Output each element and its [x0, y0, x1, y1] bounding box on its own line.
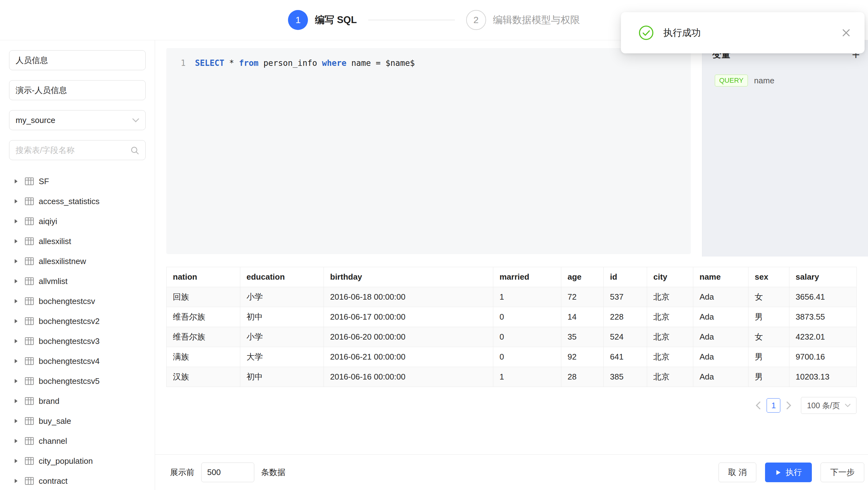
table-icon: [25, 377, 34, 386]
sidebar: my_source SFaccess_statisticsaiqiyialles…: [0, 40, 155, 490]
table-search-input[interactable]: [9, 140, 146, 160]
limit-input[interactable]: [201, 463, 254, 482]
page-size-value: 100 条/页: [807, 400, 840, 411]
table-icon: [25, 197, 34, 206]
table-cell: 汉族: [166, 367, 240, 387]
variable-list: QUERYname: [702, 74, 868, 87]
tree-item-channel[interactable]: channel: [9, 431, 146, 451]
tree-item-label: access_statistics: [39, 196, 99, 206]
caret-right-icon[interactable]: [13, 198, 20, 205]
table-cell: 3656.41: [789, 287, 857, 307]
column-header-nation: nation: [166, 267, 240, 287]
tree-item-label: contract: [39, 476, 68, 486]
tree-item-bochengtestcsv3[interactable]: bochengtestcsv3: [9, 331, 146, 351]
tree-item-allesxilist[interactable]: allesxilist: [9, 231, 146, 251]
table-cell: 初中: [240, 367, 324, 387]
column-header-education: education: [240, 267, 324, 287]
caret-right-icon[interactable]: [13, 458, 20, 464]
execute-button[interactable]: 执行: [765, 463, 812, 482]
pagination-current-page[interactable]: 1: [767, 398, 780, 412]
tree-item-bochengtestcsv2[interactable]: bochengtestcsv2: [9, 311, 146, 331]
stepper: 1 编写 SQL 2 编辑数据模型与权限: [288, 10, 580, 30]
table-cell: 2016-06-21 00:00:00: [324, 347, 493, 367]
variable-name: name: [754, 76, 774, 86]
table-cell: 女: [748, 287, 789, 307]
tree-item-label: channel: [39, 436, 67, 446]
tree-item-SF[interactable]: SF: [9, 171, 146, 191]
datasource-select-value: my_source: [16, 116, 55, 125]
tree-item-buy_sale[interactable]: buy_sale: [9, 411, 146, 431]
page-size-select[interactable]: 100 条/页: [801, 397, 857, 414]
caret-right-icon[interactable]: [13, 418, 20, 424]
tree-item-brand[interactable]: brand: [9, 391, 146, 411]
step-edit-model[interactable]: 2 编辑数据模型与权限: [466, 10, 580, 30]
tree-item-aiqiyi[interactable]: aiqiyi: [9, 211, 146, 231]
table-cell: Ada: [693, 327, 748, 347]
caret-right-icon[interactable]: [13, 238, 20, 244]
tree-item-label: SF: [39, 177, 49, 186]
table-cell: 北京: [647, 367, 693, 387]
sql-token: where: [322, 58, 346, 68]
datasource-select[interactable]: my_source: [9, 110, 146, 130]
caret-right-icon[interactable]: [13, 278, 20, 284]
chevron-right-icon[interactable]: [783, 401, 794, 409]
tree-item-label: city_population: [39, 456, 93, 466]
table-cell: 北京: [647, 347, 693, 367]
table-cell: 28: [561, 367, 604, 387]
next-step-button[interactable]: 下一步: [820, 463, 864, 482]
sql-editor[interactable]: 1 SELECT * from person_info where name =…: [166, 48, 691, 254]
table-icon: [25, 217, 34, 226]
model-display-name-input[interactable]: [9, 80, 146, 100]
table-icon: [25, 277, 34, 285]
tree-item-label: allvmlist: [39, 277, 67, 286]
execute-label: 执行: [786, 467, 802, 478]
table-cell: Ada: [693, 287, 748, 307]
cancel-button[interactable]: 取 消: [718, 463, 756, 482]
tree-item-allvmlist[interactable]: allvmlist: [9, 271, 146, 291]
table-cell: 641: [604, 347, 647, 367]
close-icon[interactable]: [840, 27, 852, 39]
table-cell: 4232.01: [789, 327, 857, 347]
caret-right-icon[interactable]: [13, 358, 20, 364]
table-icon: [25, 297, 34, 306]
result-table-body: 回族小学2016-06-18 00:00:00172537北京Ada女3656.…: [166, 287, 857, 387]
code-line: 1 SELECT * from person_info where name =…: [179, 56, 691, 70]
step-write-sql[interactable]: 1 编写 SQL: [288, 10, 356, 30]
table-icon: [25, 357, 34, 365]
tree-item-city_population[interactable]: city_population: [9, 451, 146, 471]
caret-right-icon[interactable]: [13, 258, 20, 264]
caret-right-icon[interactable]: [13, 398, 20, 404]
table-tree: SFaccess_statisticsaiqiyiallesxilistalle…: [9, 171, 146, 490]
table-cell: 35: [561, 327, 604, 347]
table-row: 维吾尔族小学2016-06-20 00:00:00035524北京Ada女423…: [166, 327, 857, 347]
table-cell: 维吾尔族: [166, 327, 240, 347]
table-cell: 男: [748, 307, 789, 327]
tree-item-allesxilistnew[interactable]: allesxilistnew: [9, 251, 146, 271]
table-cell: 9700.16: [789, 347, 857, 367]
chevron-left-icon[interactable]: [753, 401, 764, 409]
caret-right-icon[interactable]: [13, 218, 20, 224]
table-cell: 北京: [647, 307, 693, 327]
table-icon: [25, 477, 34, 485]
sql-code: SELECT * from person_info where name = $…: [195, 56, 415, 70]
tree-item-access_statistics[interactable]: access_statistics: [9, 191, 146, 211]
caret-right-icon[interactable]: [13, 438, 20, 444]
caret-right-icon[interactable]: [13, 478, 20, 484]
tree-item-contract[interactable]: contract: [9, 471, 146, 490]
tree-item-bochengtestcsv[interactable]: bochengtestcsv: [9, 291, 146, 311]
table-cell: 1: [493, 367, 561, 387]
app-root: 1 编写 SQL 2 编辑数据模型与权限 my_source: [0, 0, 868, 490]
table-cell: 0: [493, 327, 561, 347]
caret-right-icon[interactable]: [13, 338, 20, 344]
table-icon: [25, 177, 34, 186]
caret-right-icon[interactable]: [13, 178, 20, 184]
caret-right-icon[interactable]: [13, 378, 20, 384]
caret-right-icon[interactable]: [13, 298, 20, 304]
table-icon: [25, 257, 34, 266]
tree-item-bochengtestcsv5[interactable]: bochengtestcsv5: [9, 371, 146, 391]
caret-right-icon[interactable]: [13, 318, 20, 324]
tree-item-label: bochengtestcsv4: [39, 357, 99, 366]
tree-item-bochengtestcsv4[interactable]: bochengtestcsv4: [9, 351, 146, 371]
model-name-input[interactable]: [9, 50, 146, 70]
table-cell: Ada: [693, 307, 748, 327]
